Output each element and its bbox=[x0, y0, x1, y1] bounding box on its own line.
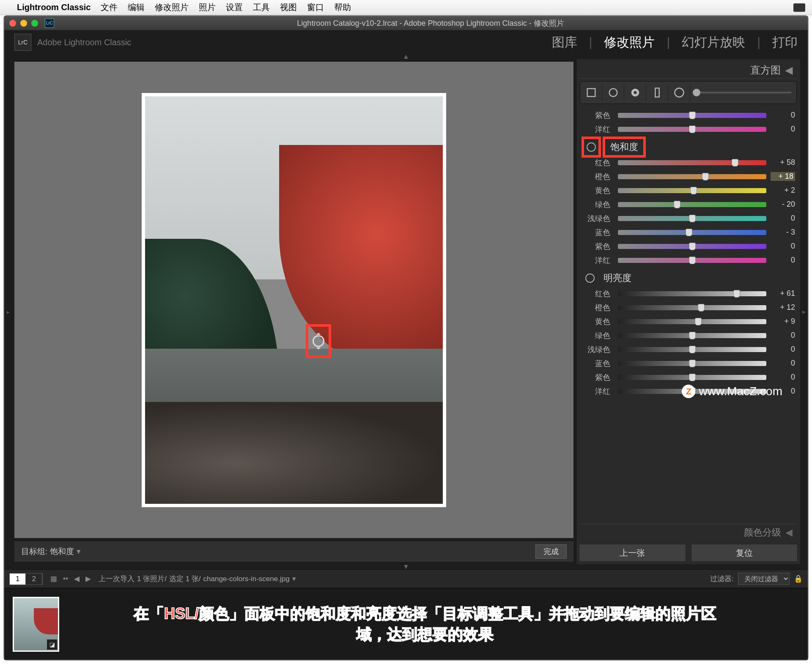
hsl-slider-row[interactable]: 浅绿色0 bbox=[582, 211, 795, 225]
slider-track[interactable] bbox=[618, 347, 766, 352]
grid-large-icon[interactable]: ▦ bbox=[50, 574, 57, 583]
hsl-slider-row[interactable]: 紫色0 bbox=[582, 108, 795, 122]
slider-handle[interactable] bbox=[686, 229, 692, 236]
slider-track[interactable] bbox=[618, 113, 766, 118]
hsl-slider-row[interactable]: 洋红0 bbox=[582, 253, 795, 267]
hsl-slider-row[interactable]: 蓝色0 bbox=[582, 356, 795, 370]
slider-value[interactable]: + 12 bbox=[771, 303, 795, 312]
slider-handle[interactable] bbox=[689, 126, 696, 133]
menu-settings[interactable]: 设置 bbox=[226, 2, 243, 13]
slider-track[interactable] bbox=[618, 160, 766, 165]
hsl-slider-row[interactable]: 绿色- 20 bbox=[582, 197, 795, 211]
slider-track[interactable] bbox=[618, 375, 766, 380]
canvas-area[interactable] bbox=[14, 62, 573, 538]
menu-help[interactable]: 帮助 bbox=[334, 2, 351, 13]
hsl-slider-row[interactable]: 洋红0 bbox=[582, 384, 795, 398]
minimize-icon[interactable] bbox=[20, 20, 27, 27]
slider-value[interactable]: - 3 bbox=[771, 228, 795, 237]
slider-value[interactable]: 0 bbox=[771, 387, 795, 396]
left-panel-toggle-icon[interactable]: ▸ bbox=[4, 59, 12, 564]
filmstrip-thumb[interactable]: ◪ bbox=[13, 597, 59, 652]
slider-handle[interactable] bbox=[689, 360, 696, 367]
slider-track[interactable] bbox=[618, 333, 766, 338]
slider-handle[interactable] bbox=[698, 304, 705, 312]
collapse-caret-icon[interactable]: ◀ bbox=[785, 527, 793, 538]
module-print[interactable]: 打印 bbox=[772, 34, 798, 51]
slider-track[interactable] bbox=[618, 305, 766, 310]
slider-handle[interactable] bbox=[674, 201, 680, 208]
slider-value[interactable]: 0 bbox=[771, 331, 795, 340]
close-icon[interactable] bbox=[9, 20, 16, 27]
hsl-slider-row[interactable]: 黄色+ 2 bbox=[582, 183, 795, 197]
hsl-sliders-scroll[interactable]: 紫色0洋红0饱和度红色+ 58橙色+ 18黄色+ 2绿色- 20浅绿色0蓝色- … bbox=[579, 107, 798, 521]
slider-track[interactable] bbox=[618, 174, 766, 179]
nav-back-icon[interactable]: ◀ bbox=[74, 574, 80, 583]
slider-value[interactable]: + 9 bbox=[771, 317, 795, 326]
slider-track[interactable] bbox=[618, 202, 766, 207]
view-mode-2[interactable]: 2 bbox=[26, 574, 42, 585]
module-library[interactable]: 图库 bbox=[552, 34, 577, 51]
menu-file[interactable]: 文件 bbox=[101, 2, 118, 13]
slider-track[interactable] bbox=[618, 361, 766, 366]
target-adjust-cursor-icon[interactable] bbox=[313, 335, 324, 347]
hsl-slider-row[interactable]: 紫色0 bbox=[582, 370, 795, 384]
menu-edit[interactable]: 编辑 bbox=[128, 2, 145, 13]
top-panel-toggle-icon[interactable]: ▲ bbox=[4, 54, 808, 59]
slider-value[interactable]: 0 bbox=[771, 373, 795, 382]
slider-track[interactable] bbox=[618, 244, 766, 249]
right-panel-toggle-icon[interactable]: ▸ bbox=[800, 59, 808, 564]
luminance-title[interactable]: 明亮度 bbox=[604, 273, 631, 283]
hsl-slider-row[interactable]: 蓝色- 3 bbox=[582, 225, 795, 239]
done-button[interactable]: 完成 bbox=[535, 544, 567, 559]
hsl-slider-row[interactable]: 紫色0 bbox=[582, 239, 795, 253]
crop-tool-icon[interactable] bbox=[580, 84, 602, 101]
filter-lock-icon[interactable]: 🔒 bbox=[794, 574, 803, 583]
slider-handle[interactable] bbox=[689, 346, 696, 353]
reset-button[interactable]: 复位 bbox=[691, 544, 798, 562]
slider-track[interactable] bbox=[618, 389, 766, 394]
slider-value[interactable]: + 58 bbox=[771, 158, 795, 167]
module-slideshow[interactable]: 幻灯片放映 bbox=[682, 34, 745, 51]
slider-value[interactable]: 0 bbox=[771, 345, 795, 354]
dropdown-caret-icon[interactable]: ▾ bbox=[292, 574, 296, 583]
slider-handle[interactable] bbox=[733, 290, 740, 298]
grad-tool-icon[interactable] bbox=[646, 84, 668, 101]
menu-develop[interactable]: 修改照片 bbox=[155, 2, 189, 13]
filmstrip-toggle-icon[interactable]: ▼ bbox=[4, 564, 808, 569]
zoom-icon[interactable] bbox=[31, 20, 38, 27]
hsl-slider-row[interactable]: 浅绿色0 bbox=[582, 342, 795, 356]
hsl-slider-row[interactable]: 绿色0 bbox=[582, 328, 795, 342]
grid-small-icon[interactable]: ▪▪ bbox=[63, 574, 68, 583]
slider-track[interactable] bbox=[618, 216, 766, 221]
slider-handle[interactable] bbox=[689, 112, 696, 119]
slider-handle[interactable] bbox=[689, 215, 696, 222]
menu-tools[interactable]: 工具 bbox=[253, 2, 270, 13]
slider-handle[interactable] bbox=[689, 257, 696, 264]
hsl-slider-row[interactable]: 红色+ 61 bbox=[582, 287, 795, 301]
slider-handle[interactable] bbox=[732, 159, 738, 167]
slider-handle[interactable] bbox=[702, 173, 709, 180]
hsl-slider-row[interactable]: 橙色+ 18 bbox=[582, 169, 795, 183]
slider-value[interactable]: + 61 bbox=[771, 289, 795, 298]
saturation-title[interactable]: 饱和度 bbox=[610, 142, 638, 152]
target-group-value[interactable]: 饱和度 bbox=[50, 546, 74, 557]
slider-track[interactable] bbox=[618, 258, 766, 263]
footer-breadcrumb[interactable]: 上一次导入 1 张照片/ 选定 1 张/ change-colors-in-sc… bbox=[99, 574, 296, 584]
dropdown-caret-icon[interactable]: ▾ bbox=[77, 547, 81, 556]
slider-value[interactable]: 0 bbox=[771, 256, 795, 265]
target-adjust-tool-icon[interactable] bbox=[587, 142, 596, 152]
slider-track[interactable] bbox=[618, 291, 766, 296]
prev-photo-button[interactable]: 上一张 bbox=[579, 544, 686, 562]
hsl-slider-row[interactable]: 红色+ 58 bbox=[582, 156, 795, 169]
module-develop[interactable]: 修改照片 bbox=[604, 34, 655, 51]
slider-track[interactable] bbox=[618, 319, 766, 324]
slider-value[interactable]: + 2 bbox=[771, 186, 795, 195]
slider-handle[interactable] bbox=[689, 388, 696, 395]
nav-fwd-icon[interactable]: ▶ bbox=[85, 574, 91, 583]
slider-value[interactable]: - 20 bbox=[771, 200, 795, 209]
identity-plate[interactable]: Adobe Lightroom Classic bbox=[37, 38, 131, 47]
redeye-tool-icon[interactable] bbox=[624, 84, 646, 101]
filmstrip[interactable]: ◪ 在「HSL/颜色」面板中的饱和度和亮度选择「目标调整工具」并拖动到要编辑的照… bbox=[4, 588, 808, 660]
slider-value[interactable]: + 18 bbox=[771, 172, 795, 181]
slider-handle[interactable] bbox=[689, 243, 696, 250]
